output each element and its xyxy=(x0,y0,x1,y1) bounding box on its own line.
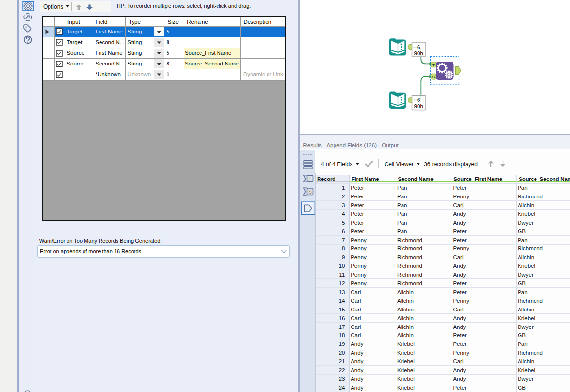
svg-text:T: T xyxy=(308,176,312,182)
svg-text:S: S xyxy=(308,189,311,195)
